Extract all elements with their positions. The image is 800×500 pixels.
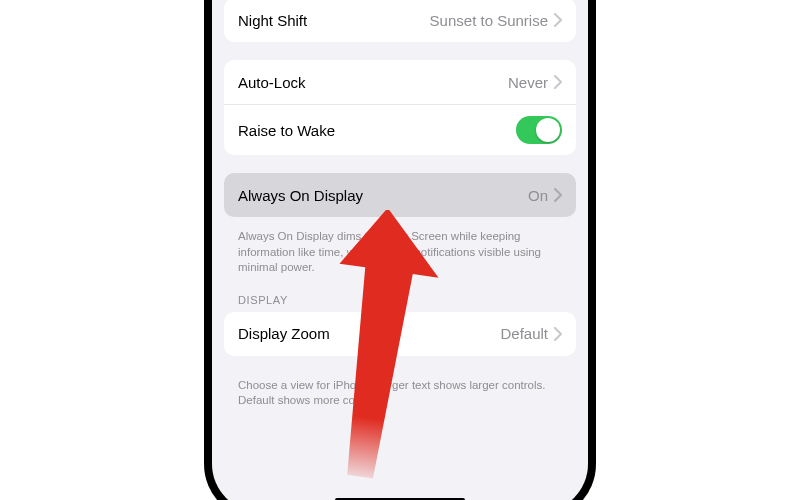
display-zoom-label: Display Zoom [238, 325, 330, 342]
raise-to-wake-toggle[interactable] [516, 116, 562, 144]
night-shift-row[interactable]: Night Shift Sunset to Sunrise [224, 0, 576, 42]
night-shift-label: Night Shift [238, 12, 307, 29]
display-zoom-footer: Choose a view for iPhone. Larger text sh… [224, 374, 576, 427]
settings-screen: Night Shift Sunset to Sunrise Auto-Lock … [212, 0, 588, 500]
raise-to-wake-row[interactable]: Raise to Wake [224, 104, 576, 155]
night-shift-section: Night Shift Sunset to Sunrise [224, 0, 576, 42]
lock-section: Auto-Lock Never Raise to Wake [224, 60, 576, 155]
chevron-right-icon [554, 75, 562, 89]
raise-to-wake-label: Raise to Wake [238, 122, 335, 139]
auto-lock-label: Auto-Lock [238, 74, 306, 91]
display-zoom-value: Default [500, 325, 548, 342]
display-zoom-row[interactable]: Display Zoom Default [224, 312, 576, 356]
phone-frame: Night Shift Sunset to Sunrise Auto-Lock … [204, 0, 596, 500]
auto-lock-value: Never [508, 74, 548, 91]
always-on-display-row[interactable]: Always On Display On [224, 173, 576, 217]
always-on-footer: Always On Display dims the Lock Screen w… [224, 225, 576, 294]
night-shift-value: Sunset to Sunrise [430, 12, 548, 29]
chevron-right-icon [554, 13, 562, 27]
always-on-value: On [528, 187, 548, 204]
chevron-right-icon [554, 188, 562, 202]
always-on-label: Always On Display [238, 187, 363, 204]
chevron-right-icon [554, 327, 562, 341]
display-header: DISPLAY [224, 294, 576, 312]
auto-lock-row[interactable]: Auto-Lock Never [224, 60, 576, 104]
display-zoom-section: Display Zoom Default [224, 312, 576, 356]
toggle-knob [536, 118, 560, 142]
